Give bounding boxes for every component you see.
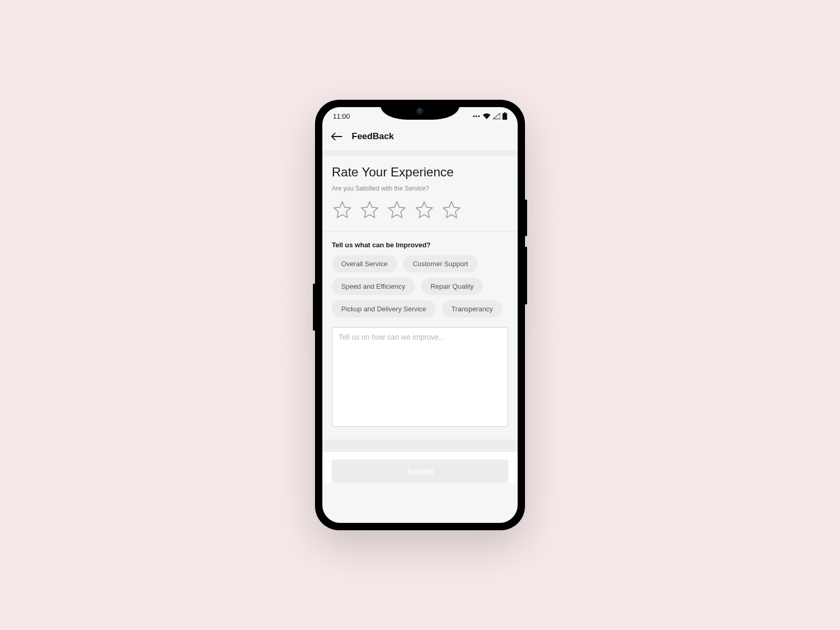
improve-chip[interactable]: Overall Service: [332, 255, 397, 272]
phone-frame: 11:00 ••• FeedBack Rate Your: [315, 100, 525, 530]
section-divider: [322, 150, 518, 155]
more-icon: •••: [472, 113, 480, 119]
star-icon[interactable]: [441, 200, 462, 220]
submit-button[interactable]: Submit: [332, 459, 508, 483]
page-title: FeedBack: [352, 131, 394, 142]
improve-chip[interactable]: Repair Quality: [421, 278, 483, 295]
section-divider: [322, 439, 518, 452]
cell-signal-icon: [493, 113, 500, 119]
status-time: 11:00: [333, 112, 350, 120]
battery-icon: [502, 112, 507, 120]
improve-chip[interactable]: Transperancy: [442, 300, 502, 318]
star-rating: [332, 200, 508, 220]
rate-section: Rate Your Experience Are you Satisfied w…: [322, 155, 518, 231]
app-bar: FeedBack: [322, 125, 518, 150]
submit-section: Submit: [322, 452, 518, 483]
rate-title: Rate Your Experience: [332, 165, 508, 180]
improve-title: Tell us what can be Improved?: [322, 232, 518, 255]
rate-subtitle: Are you Satisfied with the Service?: [332, 185, 508, 192]
camera-dot: [416, 108, 424, 115]
star-icon[interactable]: [359, 200, 380, 220]
star-icon[interactable]: [332, 200, 353, 220]
improve-chip[interactable]: Speed and Efficiency: [332, 278, 415, 295]
screen: 11:00 ••• FeedBack Rate Your: [322, 107, 518, 523]
svg-rect-0: [504, 112, 506, 113]
status-icons: •••: [472, 112, 507, 120]
wifi-icon: [482, 113, 491, 119]
svg-rect-1: [502, 113, 507, 120]
improve-chip-group: Overall ServiceCustomer SupportSpeed and…: [322, 255, 518, 327]
feedback-textarea-wrap: [322, 327, 518, 439]
star-icon[interactable]: [386, 200, 407, 220]
improve-chip[interactable]: Customer Support: [403, 255, 478, 272]
star-icon[interactable]: [414, 200, 435, 220]
back-arrow-icon[interactable]: [331, 132, 342, 141]
improve-chip[interactable]: Pickup and Delivery Service: [332, 300, 436, 318]
feedback-textarea[interactable]: [332, 327, 508, 427]
